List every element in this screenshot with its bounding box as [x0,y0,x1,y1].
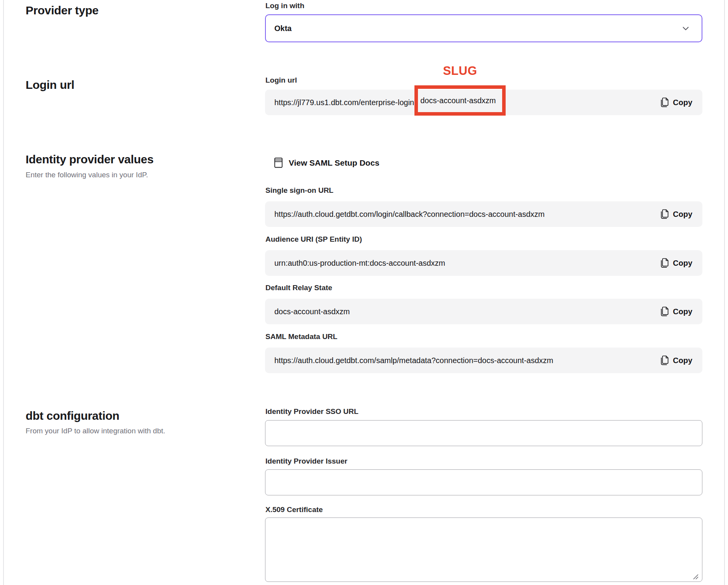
saml-metadata-url-label: SAML Metadata URL [265,332,337,342]
sso-url-field: https://auth.cloud.getdbt.com/login/call… [265,201,702,227]
sso-url-label: Single sign-on URL [265,185,333,196]
sso-url-copy-button[interactable]: Copy [660,209,692,219]
copy-button-label: Copy [673,356,692,365]
login-with-label: Log in with [265,1,304,11]
audience-uri-value: urn:auth0:us-production-mt:docs-account-… [274,259,445,268]
slug-highlight-box: SLUG docs-account-asdxzm [414,85,506,116]
idp-sso-url-input[interactable] [265,420,702,446]
x509-certificate-textarea[interactable] [265,518,702,582]
login-url-field: https://jl779.us1.dbt.com/enterprise-log… [265,90,702,115]
saml-metadata-url-value: https://auth.cloud.getdbt.com/samlp/meta… [274,356,553,365]
audience-uri-field: urn:auth0:us-production-mt:docs-account-… [265,250,702,276]
page-left-border [3,0,4,585]
copy-icon [660,97,669,107]
slug-annotation: SLUG [443,64,477,78]
login-url-heading: Login url [26,78,75,92]
default-relay-state-copy-button[interactable]: Copy [660,306,692,317]
default-relay-state-value: docs-account-asdxzm [274,307,350,316]
idp-sso-url-label: Identity Provider SSO URL [265,407,359,417]
sso-url-value: https://auth.cloud.getdbt.com/login/call… [274,210,545,219]
login-url-field-label: Login url [265,75,297,85]
provider-type-heading: Provider type [26,3,99,18]
page-right-border [724,0,725,585]
copy-icon [660,306,669,317]
x509-certificate-label: X.509 Certificate [265,505,323,515]
journal-docs-icon [274,158,283,168]
login-url-copy-button[interactable]: Copy [660,97,692,107]
view-saml-setup-docs-link[interactable]: View SAML Setup Docs [274,158,380,168]
copy-button-label: Copy [673,210,692,219]
identity-provider-values-subtitle: Enter the following values in your IdP. [26,170,148,180]
copy-button-label: Copy [673,98,692,107]
provider-select-value: Okta [274,24,291,33]
docs-link-label: View SAML Setup Docs [289,158,380,168]
copy-icon [660,258,669,268]
idp-issuer-input[interactable] [265,469,702,495]
default-relay-state-label: Default Relay State [265,283,332,293]
copy-button-label: Copy [673,307,692,316]
identity-provider-values-heading: Identity provider values [26,152,154,167]
saml-metadata-url-field: https://auth.cloud.getdbt.com/samlp/meta… [265,348,702,373]
dbt-configuration-subtitle: From your IdP to allow integration with … [26,426,165,436]
dbt-configuration-heading: dbt configuration [26,408,120,423]
copy-icon [660,355,669,365]
provider-select[interactable]: Okta [265,14,702,42]
copy-button-label: Copy [673,259,692,268]
audience-uri-copy-button[interactable]: Copy [660,258,692,268]
chevron-down-icon [681,23,691,33]
copy-icon [660,209,669,219]
default-relay-state-field: docs-account-asdxzm Copy [265,299,702,324]
saml-metadata-url-copy-button[interactable]: Copy [660,355,692,365]
login-url-prefix: https://jl779.us1.dbt.com/enterprise-log… [274,98,414,107]
audience-uri-label: Audience URI (SP Entity ID) [265,234,362,244]
login-url-slug: docs-account-asdxzm [420,96,496,105]
sso-settings-page: Provider type Log in with Okta Login url… [0,0,728,585]
idp-issuer-label: Identity Provider Issuer [265,456,347,466]
